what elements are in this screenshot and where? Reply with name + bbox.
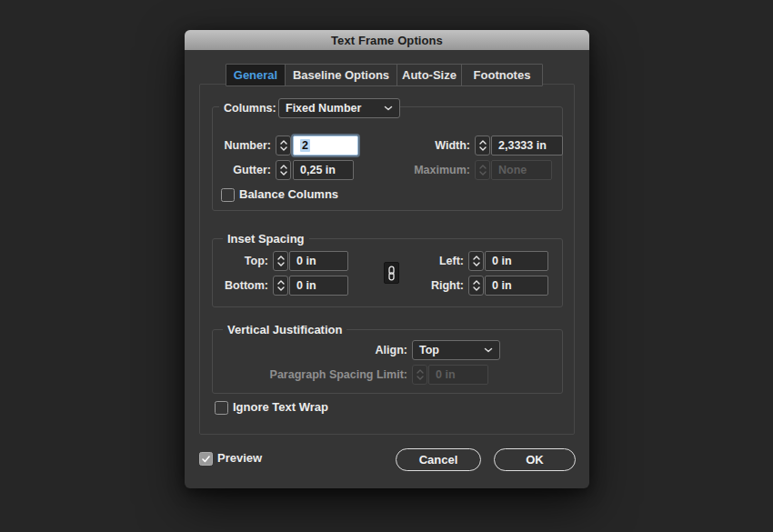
width-label: Width: — [403, 136, 470, 156]
stepper-down-icon — [280, 146, 287, 151]
stepper-down-icon — [277, 286, 285, 291]
stepper-up-icon — [280, 165, 287, 169]
inset-bottom-label: Bottom: — [203, 276, 268, 296]
inset-top-label: Top: — [203, 251, 268, 271]
window-title: Text Frame Options — [331, 34, 443, 47]
inset-left-label: Left: — [397, 251, 464, 271]
chain-link-icon — [386, 266, 397, 281]
inset-spacing-legend: Inset Spacing — [223, 232, 309, 246]
stepper-up-icon — [473, 280, 480, 285]
stepper-up-icon — [473, 256, 480, 260]
ok-button[interactable]: OK — [494, 448, 576, 471]
stepper-down-icon — [473, 262, 480, 266]
tab-auto-size-label: Auto-Size — [402, 68, 457, 82]
maximum-value: None — [498, 164, 527, 176]
inset-bottom-input[interactable]: 0 in — [289, 276, 348, 296]
tab-bar: General Baseline Options Auto-Size Footn… — [226, 64, 543, 86]
preview-label: Preview — [217, 452, 262, 465]
balance-columns-checkbox[interactable] — [221, 188, 235, 202]
maximum-label: Maximum: — [403, 160, 470, 180]
stepper-up-icon — [277, 280, 285, 285]
inset-bottom-value: 0 in — [296, 279, 316, 292]
tab-general-label: General — [234, 68, 277, 82]
stepper-down-icon — [479, 171, 487, 176]
columns-label: Columns: — [219, 98, 280, 118]
inset-right-label: Right: — [397, 276, 464, 296]
text-frame-options-dialog: Text Frame Options General Baseline Opti… — [185, 30, 589, 488]
stepper-up-icon — [417, 369, 424, 374]
tab-general[interactable]: General — [226, 65, 286, 85]
tab-baseline-options-label: Baseline Options — [293, 68, 389, 82]
stepper-up-icon — [479, 140, 487, 145]
inset-top-value: 0 in — [296, 255, 316, 267]
maximum-input: None — [491, 160, 552, 180]
gutter-value: 0,25 in — [300, 164, 336, 176]
paragraph-spacing-limit-label: Paragraph Spacing Limit: — [221, 365, 407, 385]
chevron-down-icon — [484, 347, 493, 353]
stepper-up-icon — [280, 140, 287, 145]
checkmark-icon — [202, 456, 210, 463]
number-input[interactable]: 2 — [293, 136, 358, 156]
gutter-input[interactable]: 0,25 in — [293, 160, 354, 180]
cancel-button-label: Cancel — [419, 453, 458, 467]
align-dropdown[interactable]: Top — [412, 340, 500, 360]
inset-bottom-stepper[interactable] — [273, 276, 288, 296]
stepper-down-icon — [479, 146, 487, 151]
paragraph-spacing-limit-input: 0 in — [428, 365, 488, 385]
inset-left-input[interactable]: 0 in — [485, 251, 548, 271]
gutter-label: Gutter: — [203, 160, 271, 180]
gutter-stepper[interactable] — [276, 160, 291, 180]
stepper-down-icon — [280, 171, 287, 176]
width-stepper[interactable] — [475, 136, 490, 156]
chevron-down-icon — [384, 105, 393, 111]
align-value: Top — [419, 344, 439, 356]
balance-columns-label: Balance Columns — [239, 188, 338, 201]
inset-top-input[interactable]: 0 in — [289, 251, 348, 271]
stepper-up-icon — [277, 256, 285, 260]
number-value: 2 — [300, 139, 310, 152]
inset-right-stepper[interactable] — [468, 276, 484, 296]
number-stepper[interactable] — [276, 136, 291, 156]
columns-mode-value: Fixed Number — [286, 102, 361, 115]
stepper-down-icon — [473, 286, 480, 291]
align-label: Align: — [335, 340, 407, 360]
width-value: 2,3333 in — [498, 139, 547, 152]
window-titlebar[interactable]: Text Frame Options — [185, 30, 589, 50]
vertical-justification-legend: Vertical Justification — [223, 323, 346, 337]
paragraph-spacing-limit-stepper — [412, 365, 427, 385]
inset-right-input[interactable]: 0 in — [485, 276, 548, 296]
maximum-stepper — [475, 160, 490, 180]
tab-footnotes-label: Footnotes — [474, 68, 531, 82]
cancel-button[interactable]: Cancel — [396, 448, 481, 471]
paragraph-spacing-limit-value: 0 in — [436, 368, 456, 381]
stepper-down-icon — [277, 262, 285, 266]
stepper-up-icon — [479, 165, 487, 169]
width-input[interactable]: 2,3333 in — [491, 136, 563, 156]
columns-mode-dropdown[interactable]: Fixed Number — [278, 98, 400, 118]
inset-right-value: 0 in — [492, 279, 512, 292]
stepper-down-icon — [417, 376, 424, 380]
inset-top-stepper[interactable] — [273, 251, 288, 271]
number-label: Number: — [203, 136, 271, 156]
tab-footnotes[interactable]: Footnotes — [462, 65, 542, 85]
ok-button-label: OK — [526, 453, 544, 467]
tab-auto-size[interactable]: Auto-Size — [397, 65, 462, 85]
inset-left-value: 0 in — [492, 255, 512, 267]
ignore-text-wrap-checkbox[interactable] — [215, 401, 228, 415]
inset-left-stepper[interactable] — [468, 251, 484, 271]
preview-checkbox[interactable] — [199, 452, 213, 466]
tab-baseline-options[interactable]: Baseline Options — [286, 65, 397, 85]
ignore-text-wrap-label: Ignore Text Wrap — [233, 401, 328, 414]
